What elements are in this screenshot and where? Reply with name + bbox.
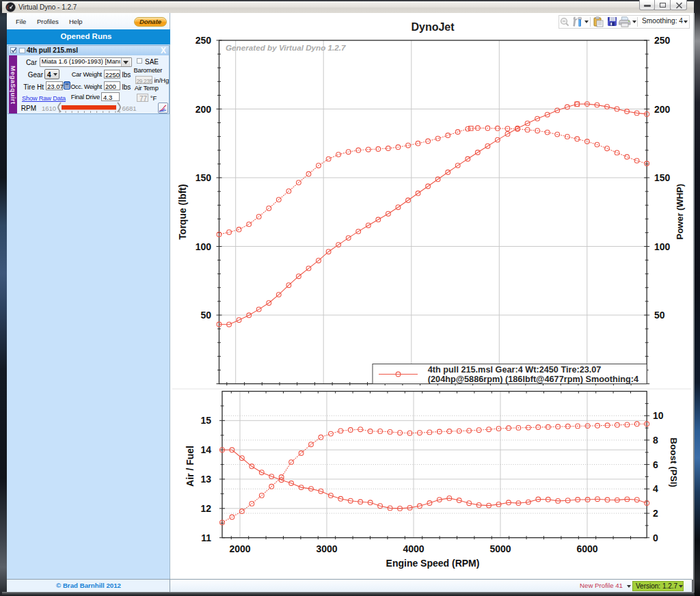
svg-text:50: 50 — [200, 310, 211, 321]
svg-text:100: 100 — [196, 241, 212, 252]
svg-text:4th pull 215.msl Gear:4 Wt:245: 4th pull 215.msl Gear:4 Wt:2450 Tire:23.… — [428, 365, 602, 375]
svg-text:0: 0 — [653, 532, 658, 543]
svg-text:250: 250 — [654, 35, 671, 46]
svg-text:5000: 5000 — [489, 543, 511, 554]
svg-text:Boost (PSI): Boost (PSI) — [669, 437, 679, 487]
svg-text:150: 150 — [654, 172, 671, 183]
svg-text:6000: 6000 — [576, 543, 597, 554]
svg-text:(204hp@5886rpm) (186lbft@4677r: (204hp@5886rpm) (186lbft@4677rpm) Smooth… — [428, 375, 638, 384]
svg-text:Engine Speed (RPM): Engine Speed (RPM) — [386, 558, 480, 569]
svg-text:10: 10 — [653, 410, 664, 421]
svg-text:Generated by Virtual Dyno 1.2.: Generated by Virtual Dyno 1.2.7 — [226, 43, 346, 52]
svg-text:4: 4 — [653, 483, 658, 494]
svg-text:2000: 2000 — [229, 543, 250, 554]
svg-text:14: 14 — [200, 444, 211, 455]
svg-text:12: 12 — [200, 503, 211, 514]
svg-text:4000: 4000 — [403, 543, 424, 554]
svg-text:50: 50 — [654, 310, 665, 321]
svg-text:Air / Fuel: Air / Fuel — [185, 446, 196, 487]
svg-text:2: 2 — [653, 508, 658, 519]
svg-text:100: 100 — [654, 241, 671, 252]
svg-text:6: 6 — [653, 459, 658, 470]
svg-text:11: 11 — [201, 532, 211, 543]
svg-text:15: 15 — [200, 415, 211, 426]
svg-text:Power (WHP): Power (WHP) — [675, 184, 685, 240]
svg-text:13: 13 — [200, 474, 211, 485]
svg-text:Torque (lbft): Torque (lbft) — [177, 184, 188, 239]
svg-text:200: 200 — [654, 104, 671, 115]
svg-text:3000: 3000 — [316, 543, 337, 554]
svg-text:DynoJet: DynoJet — [411, 21, 455, 33]
svg-text:150: 150 — [196, 172, 212, 183]
svg-text:8: 8 — [653, 435, 658, 446]
svg-text:250: 250 — [196, 35, 212, 46]
svg-text:200: 200 — [196, 104, 212, 115]
